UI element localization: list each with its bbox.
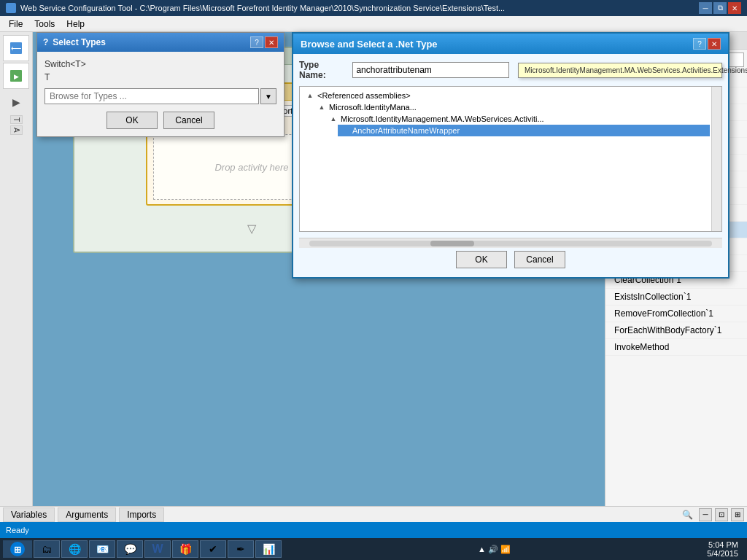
drop-hint: Drop activity here xyxy=(214,162,288,173)
status-bar: Ready xyxy=(0,522,747,538)
sidebar-btn-2[interactable]: ▶ xyxy=(3,63,29,89)
browse-help-btn[interactable]: ? xyxy=(693,38,706,50)
taskbar: ⊞ 🗂 🌐 📧 💬 W 🎁 ✔ ✒ 📊 ▲ 🔊 📶 5:04 PM 5/4/20… xyxy=(0,538,747,560)
toolbox-item-invokemethod[interactable]: InvokeMethod xyxy=(605,339,747,356)
outlook-icon: 📧 xyxy=(95,542,109,556)
dialog-select-types: ? Select Types ? ✕ Switch<T> T ▼ OK Canc… xyxy=(36,32,285,137)
tree-item-referenced[interactable]: ▲ <Referenced assemblies> xyxy=(303,90,710,101)
select-types-ok-btn[interactable]: OK xyxy=(107,112,158,129)
select-types-buttons: OK Cancel xyxy=(44,112,276,129)
select-types-cancel-btn[interactable]: Cancel xyxy=(163,112,214,129)
svg-text:⊞: ⊞ xyxy=(14,545,21,555)
app-icon xyxy=(6,3,16,13)
tree-expand-icon-3: ▲ xyxy=(329,114,338,123)
browse-body: Type Name: Microsoft.IdentityManagement.… xyxy=(293,54,728,277)
word-icon: W xyxy=(150,542,165,556)
browse-buttons: OK Cancel xyxy=(299,248,722,271)
tree-item-microsoft-identity[interactable]: ▲ Microsoft.IdentityMana... xyxy=(314,101,710,113)
tree-scrollbar[interactable] xyxy=(711,87,721,231)
taskbar-time: 5:04 PM 5/4/2015 xyxy=(707,540,744,558)
select-types-help-btn[interactable]: ? xyxy=(250,36,263,48)
tree-item-anchor[interactable]: AnchorAttributeNameWrapper xyxy=(338,125,710,136)
sidebar-expand[interactable]: ▶ xyxy=(12,96,20,108)
browse-tooltip: Microsoft.IdentityManagement.MA.WebServi… xyxy=(518,63,722,78)
menu-bar: File Tools Help xyxy=(0,16,747,32)
browse-ok-btn[interactable]: OK xyxy=(456,251,507,268)
select-types-title-label: Select Types xyxy=(53,37,105,47)
tree-referenced-label: <Referenced assemblies> xyxy=(317,91,411,100)
taskbar-app-gift[interactable]: 🎁 xyxy=(172,540,198,558)
taskbar-app-lync[interactable]: 💬 xyxy=(117,540,143,558)
left-sidebar: ⟵ ▶ ▶ T A xyxy=(0,32,33,506)
taskbar-app-outlook[interactable]: 📧 xyxy=(89,540,115,558)
taskbar-sys-tray: ▲ 🔊 📶 xyxy=(478,545,511,554)
explorer-icon: 🗂 xyxy=(39,542,54,556)
bottom-tabs: Variables Arguments Imports 🔍 ─ ⊡ ⊞ xyxy=(0,506,747,522)
expand-icon[interactable]: ⊞ xyxy=(731,508,744,521)
lync-icon: 💬 xyxy=(123,542,137,556)
window-title: Web Service Configuration Tool - C:\Prog… xyxy=(20,4,505,12)
menu-file[interactable]: File xyxy=(3,18,28,31)
browse-input[interactable] xyxy=(44,88,259,104)
taskbar-app-chart[interactable]: 📊 xyxy=(255,540,282,558)
toolbox-item-removefromcollection[interactable]: RemoveFromCollection`1 xyxy=(605,306,747,322)
taskbar-app-explorer[interactable]: 🗂 xyxy=(34,540,60,558)
restore-button[interactable]: ⧉ xyxy=(713,2,727,14)
status-text: Ready xyxy=(6,526,29,534)
gift-icon: 🎁 xyxy=(178,542,193,556)
bottom-icons: ─ ⊡ ⊞ xyxy=(699,508,744,521)
search-icon[interactable]: 🔍 xyxy=(682,510,693,520)
browse-cancel-btn[interactable]: Cancel xyxy=(514,251,565,268)
svg-text:⟵: ⟵ xyxy=(11,44,21,52)
select-types-type-value: T xyxy=(44,71,276,84)
select-types-body: Switch<T> T ▼ OK Cancel xyxy=(37,52,284,136)
zoom-icon[interactable]: ─ xyxy=(699,508,712,521)
browse-row: ▼ xyxy=(44,88,276,104)
tree-expand-icon-2: ▲ xyxy=(317,103,326,112)
toolbox-item-existsincollection[interactable]: ExistsInCollection`1 xyxy=(605,289,747,306)
time-display: 5:04 PM xyxy=(707,540,738,549)
pen-icon: ✒ xyxy=(233,542,248,556)
tree-expand-icon-4 xyxy=(341,126,349,135)
taskbar-app-ie[interactable]: 🌐 xyxy=(61,540,88,558)
menu-tools[interactable]: Tools xyxy=(28,18,61,31)
taskbar-app-word[interactable]: W xyxy=(144,540,171,558)
hscroll-thumb xyxy=(430,241,474,246)
sys-tray-icons: ▲ 🔊 📶 xyxy=(478,545,511,554)
close-button[interactable]: ✕ xyxy=(728,2,741,14)
browse-type-name-label: Type Name: xyxy=(299,60,347,80)
browse-hscroll[interactable] xyxy=(299,238,722,248)
browse-tree-area: ▲ <Referenced assemblies> ▲ Microsoft.Id… xyxy=(299,86,722,232)
browse-type-input[interactable] xyxy=(352,62,509,78)
svg-text:▶: ▶ xyxy=(14,73,19,80)
taskbar-app-pen[interactable]: ✒ xyxy=(228,540,254,558)
minimize-button[interactable]: ─ xyxy=(699,2,712,14)
browse-title-label: Browse and Select a .Net Type xyxy=(301,39,438,50)
date-display: 5/4/2015 xyxy=(707,549,738,558)
toolbox-item-foreachbodyfactory[interactable]: ForEachWithBodyFactory`1 xyxy=(605,322,747,339)
hscroll-track xyxy=(309,241,712,246)
select-types-type-label: Switch<T> xyxy=(44,59,276,69)
browse-title: Browse and Select a .Net Type ? ✕ xyxy=(293,34,728,54)
tree-item-webservices[interactable]: ▲ Microsoft.IdentityManagement.MA.WebSer… xyxy=(326,113,710,125)
sidebar-label-A[interactable]: A xyxy=(10,125,23,135)
taskbar-app-check[interactable]: ✔ xyxy=(200,540,226,558)
menu-help[interactable]: Help xyxy=(61,18,90,31)
check-icon: ✔ xyxy=(206,542,220,556)
start-button[interactable]: ⊞ xyxy=(3,540,32,558)
select-types-title-icon: ? xyxy=(43,37,48,47)
tree-anchor-label: AnchorAttributeNameWrapper xyxy=(352,126,460,135)
browse-dropdown-btn[interactable]: ▼ xyxy=(260,88,276,104)
title-bar: Web Service Configuration Tool - C:\Prog… xyxy=(0,0,747,16)
browse-type-row: Type Name: Microsoft.IdentityManagement.… xyxy=(299,60,722,80)
tab-arguments[interactable]: Arguments xyxy=(58,508,116,522)
sidebar-btn-1[interactable]: ⟵ xyxy=(3,35,29,61)
tab-imports[interactable]: Imports xyxy=(119,508,164,522)
fit-icon[interactable]: ⊡ xyxy=(715,508,728,521)
browse-close-btn[interactable]: ✕ xyxy=(708,38,721,50)
select-types-close-btn[interactable]: ✕ xyxy=(265,36,278,48)
tree-microsoft-identity-label: Microsoft.IdentityMana... xyxy=(329,103,417,112)
window-controls: ─ ⧉ ✕ xyxy=(699,2,741,14)
sidebar-label-T[interactable]: T xyxy=(10,115,23,124)
tab-variables[interactable]: Variables xyxy=(3,508,55,522)
